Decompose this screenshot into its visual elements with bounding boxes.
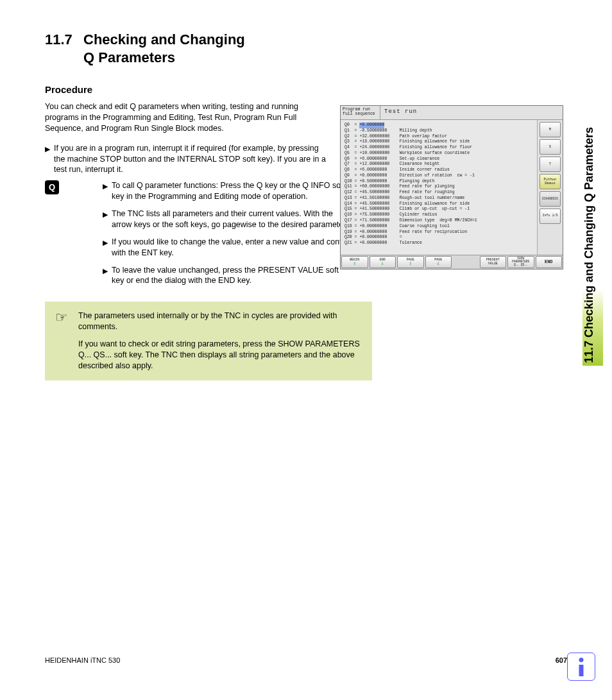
- q-row[interactable]: Q13 = +41.50100000 Rough-out tool number…: [344, 196, 533, 201]
- q-row[interactable]: Q18 = +0.00000000 Coarse roughing tool: [344, 224, 533, 230]
- arrow-icon: ▶: [103, 265, 112, 287]
- q-row[interactable]: Q7 = +12.00000000 Clearance height: [344, 162, 533, 167]
- note-box: ☞ The parameters used internally or by t…: [45, 302, 372, 380]
- softkey-page-up[interactable]: PAGE⇧: [397, 256, 424, 268]
- side-tab: 11.7 Checking and Changing Q Parameters: [582, 19, 603, 366]
- softkey-present-value[interactable]: PRESENT VALUE: [480, 256, 507, 268]
- mode-line1: Program run: [343, 107, 370, 112]
- q-row[interactable]: Q16 = +75.50000000 Cylinder radius: [344, 212, 533, 218]
- side-button-s[interactable]: S: [540, 139, 561, 155]
- q-step-4-text: To leave the value unchanged, press the …: [112, 265, 353, 287]
- arrow-icon: ▶: [103, 237, 112, 259]
- q-row[interactable]: Q0 = +0.0000000: [344, 123, 533, 128]
- q-row[interactable]: Q8 = +6.00000000 Inside corner radius: [344, 167, 533, 173]
- q-row[interactable]: Q17 = +71.50000000 Dimension type deg=0 …: [344, 218, 533, 224]
- q-row[interactable]: Q21 = +0.00000000 Tolerance: [344, 241, 533, 246]
- note-paragraph-2: If you want to check or edit string para…: [78, 339, 362, 371]
- softkey-begin[interactable]: BEGIN⇧: [341, 256, 368, 268]
- q-step-2-text: The TNC lists all parameters and their c…: [112, 209, 353, 230]
- side-button-diagnosis[interactable]: DIAGNOSIS: [540, 191, 561, 207]
- q-row[interactable]: Q10 = +0.50000000 Plunging depth: [344, 179, 533, 185]
- q-parameter-list[interactable]: Q0 = +0.0000000Q1 = -0.50000000 Milling …: [341, 120, 537, 255]
- side-tab-label: 11.7 Checking and Changing Q Parameters: [582, 19, 603, 366]
- q-row[interactable]: Q6 = +6.00000000 Set-up clearance: [344, 157, 533, 162]
- q-row[interactable]: Q5 = +10.00000000 Workpiece surface coor…: [344, 151, 533, 157]
- side-button-t[interactable]: T: [540, 157, 561, 172]
- arrow-icon: ▶: [45, 143, 54, 176]
- softkey-page-down[interactable]: PAGE⇩: [425, 256, 452, 268]
- q-step-3-text: If you would like to change the value, e…: [112, 237, 353, 259]
- q-step-1-text: To call Q parameter functions: Press the…: [112, 180, 353, 202]
- section-title-line1: Checking and Changing: [83, 31, 245, 47]
- q-row[interactable]: Q15 = +41.50000000 Climb or up-cut up-cu…: [344, 207, 533, 212]
- mode-line2: full sequence: [343, 112, 375, 116]
- q-step-1: ▶ To call Q parameter functions: Press t…: [103, 180, 353, 202]
- arrow-icon: ▶: [103, 209, 112, 230]
- pointing-hand-icon: ☞: [55, 311, 78, 371]
- tnc-screenshot: Program run full sequence Test run Q0 = …: [340, 105, 563, 269]
- q-row[interactable]: Q2 = +32.00000000 Path overlap factor: [344, 134, 533, 140]
- softkey-end[interactable]: END⇩: [370, 256, 396, 268]
- section-number: 11.7: [45, 31, 83, 49]
- softkey-show-parameters[interactable]: SHOW PARAMETERS Q.. QS..: [507, 256, 534, 268]
- procedure-subheading: Procedure: [45, 84, 567, 95]
- intro-paragraph: You can check and edit Q parameters when…: [45, 101, 327, 134]
- footer-page-number: 607: [556, 656, 567, 664]
- q-row[interactable]: Q14 = +45.50000000 Finishing allowance f…: [344, 201, 533, 207]
- screen-title: Test run: [380, 106, 563, 119]
- q-step-3: ▶ If you would like to change the value,…: [103, 237, 353, 259]
- softkey-end-dialog[interactable]: END: [536, 256, 563, 268]
- page-footer: HEIDENHAIN iTNC 530 607: [45, 656, 567, 664]
- q-step-4: ▶ To leave the value unchanged, press th…: [103, 265, 353, 287]
- bullet-interrupt: ▶ If you are in a program run, interrupt…: [45, 143, 327, 176]
- mode-indicator: Program run full sequence: [341, 106, 380, 119]
- q-row[interactable]: Q9 = +0.00000000 Direction of rotation c…: [344, 173, 533, 179]
- q-key-badge: Q: [45, 180, 59, 194]
- side-button-m[interactable]: M: [540, 122, 561, 137]
- side-button-info 1/3[interactable]: Info 1/3: [540, 209, 561, 224]
- bullet-interrupt-text: If you are in a program run, interrupt i…: [54, 143, 327, 176]
- footer-product: HEIDENHAIN iTNC 530: [45, 656, 120, 664]
- softkey-spacer: [453, 256, 479, 268]
- q-row[interactable]: Q11 = +60.00000000 Feed rate for plungin…: [344, 184, 533, 190]
- q-row[interactable]: Q19 = +0.00000000 Feed rate for reciproc…: [344, 230, 533, 235]
- section-heading: 11.7Checking and ChangingQ Parameters: [45, 31, 567, 66]
- section-title-line2: Q Parameters: [83, 49, 175, 65]
- q-row[interactable]: Q12 = +45.50000000 Feed rate for roughin…: [344, 190, 533, 196]
- side-button-python[interactable]: Python Demos: [540, 174, 561, 189]
- note-paragraph-1: The parameters used internally or by the…: [78, 311, 362, 332]
- q-step-2: ▶ The TNC lists all parameters and their…: [103, 209, 353, 230]
- q-row[interactable]: Q1 = -0.50000000 Milling depth: [344, 128, 533, 134]
- q-row[interactable]: Q4 = +24.00000000 Finishing allowance fo…: [344, 145, 533, 151]
- info-icon: [567, 653, 595, 681]
- q-row[interactable]: Q20 = +0.00000000 =: [344, 235, 533, 241]
- q-row[interactable]: Q3 = +18.00000000 Finishing allowance fo…: [344, 139, 533, 145]
- side-button-bar: MSTPython DemosDIAGNOSISInfo 1/3: [537, 120, 563, 255]
- arrow-icon: ▶: [103, 180, 112, 202]
